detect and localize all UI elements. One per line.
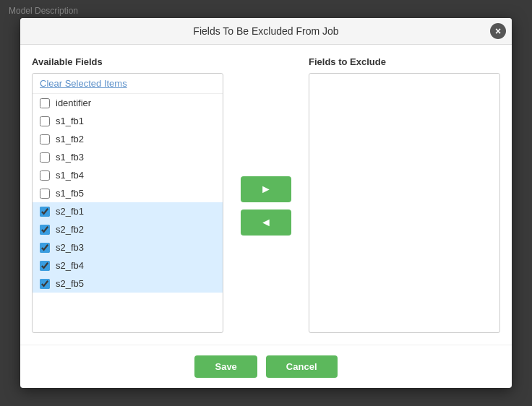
field-checkbox[interactable] — [40, 189, 50, 199]
field-label: s1_fb3 — [56, 152, 84, 163]
left-arrow-icon: ◄ — [260, 216, 272, 229]
field-label: identifier — [56, 98, 91, 108]
modal-title: Fields To Be Excluded From Job — [193, 25, 338, 37]
modal-footer: Save Cancel — [20, 345, 512, 388]
field-checkbox[interactable] — [40, 116, 50, 126]
transfer-controls: ► ◄ — [235, 78, 297, 333]
field-checkbox[interactable] — [40, 170, 50, 181]
field-item[interactable]: s2_fb5 — [33, 275, 223, 293]
available-fields-list: Clear Selected Items identifiers1_fb1s1_… — [32, 73, 223, 333]
move-right-button[interactable]: ► — [241, 176, 291, 202]
field-label: s2_fb3 — [56, 242, 84, 253]
right-arrow-icon: ► — [260, 183, 272, 196]
field-checkbox[interactable] — [40, 279, 50, 289]
field-label: s2_fb2 — [56, 224, 84, 235]
modal-dialog: Fields To Be Excluded From Job × Availab… — [20, 18, 512, 388]
cancel-button[interactable]: Cancel — [266, 355, 338, 378]
exclude-fields-list — [309, 73, 500, 333]
exclude-fields-title: Fields to Exclude — [309, 56, 500, 67]
field-item[interactable]: s2_fb2 — [33, 220, 223, 238]
field-item[interactable]: s1_fb1 — [33, 112, 223, 130]
field-checkbox[interactable] — [40, 261, 50, 271]
field-label: s1_fb2 — [56, 134, 84, 144]
overlay: Model Description Fields To Be Excluded … — [0, 0, 532, 406]
save-button[interactable]: Save — [194, 355, 257, 378]
clear-selected-link[interactable]: Clear Selected Items — [33, 74, 223, 94]
field-label: s2_fb4 — [56, 260, 84, 271]
field-item[interactable]: s1_fb4 — [33, 166, 223, 184]
field-checkbox[interactable] — [40, 225, 50, 235]
field-checkbox[interactable] — [40, 152, 50, 163]
close-icon: × — [495, 25, 501, 37]
field-item[interactable]: s2_fb4 — [33, 256, 223, 275]
field-checkbox[interactable] — [40, 98, 50, 108]
field-checkbox[interactable] — [40, 207, 50, 217]
field-label: s2_fb1 — [56, 206, 84, 217]
field-checkbox[interactable] — [40, 243, 50, 253]
field-item[interactable]: s1_fb3 — [33, 148, 223, 166]
close-button[interactable]: × — [490, 23, 506, 39]
field-item[interactable]: s2_fb1 — [33, 202, 223, 220]
available-fields-section: Available Fields Clear Selected Items id… — [32, 56, 223, 333]
field-item[interactable]: identifier — [33, 94, 223, 112]
modal-header: Fields To Be Excluded From Job × — [20, 18, 512, 45]
field-checkbox[interactable] — [40, 134, 50, 144]
exclude-fields-section: Fields to Exclude — [309, 56, 500, 333]
fields-checkboxes: identifiers1_fb1s1_fb2s1_fb3s1_fb4s1_fb5… — [33, 94, 223, 293]
move-left-button[interactable]: ◄ — [241, 210, 291, 236]
field-item[interactable]: s2_fb3 — [33, 238, 223, 256]
field-label: s1_fb1 — [56, 116, 84, 126]
modal-body: Available Fields Clear Selected Items id… — [20, 45, 512, 345]
background-label: Model Description — [9, 6, 78, 16]
field-label: s2_fb5 — [56, 278, 84, 289]
field-label: s1_fb5 — [56, 188, 84, 199]
field-item[interactable]: s1_fb2 — [33, 130, 223, 148]
field-item[interactable]: s1_fb5 — [33, 184, 223, 202]
available-fields-title: Available Fields — [32, 56, 223, 67]
field-label: s1_fb4 — [56, 170, 84, 181]
